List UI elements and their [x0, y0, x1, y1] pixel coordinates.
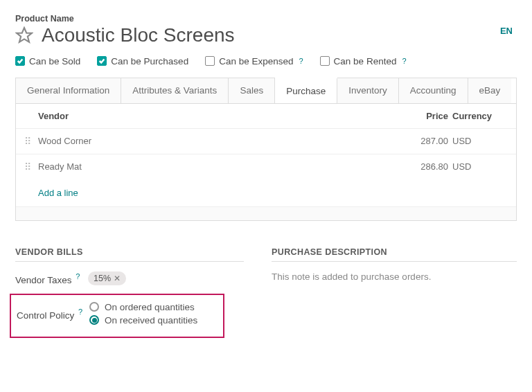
table-footer-spacer — [16, 206, 516, 220]
can-be-purchased-label: Can be Purchased — [111, 56, 188, 66]
vendor-col-header: Vendor — [38, 111, 411, 121]
lang-button[interactable]: EN — [496, 25, 517, 37]
can-be-expensed-label: Can be Expensed — [219, 56, 293, 66]
price-cell: 287.00 — [411, 136, 452, 146]
control-policy-highlight: Control Policy ? On ordered quantities O… — [10, 294, 224, 338]
tax-tag[interactable]: 15% ✕ — [88, 271, 126, 285]
tab-sales[interactable]: Sales — [229, 78, 275, 103]
close-icon[interactable]: ✕ — [114, 274, 121, 283]
price-col-header: Price — [411, 111, 452, 121]
table-row[interactable]: ⠿ Wood Corner 287.00 USD — [16, 128, 516, 154]
vendor-table: Vendor Price Currency ⠿ Wood Corner 287.… — [15, 104, 517, 221]
radio-on-received-quantities[interactable]: On received quantities — [89, 315, 197, 326]
radio-icon — [89, 302, 99, 312]
table-row[interactable]: ⠿ Ready Mat 286.80 USD — [16, 154, 516, 179]
price-cell: 286.80 — [411, 161, 452, 172]
star-icon[interactable] — [15, 26, 33, 44]
vendor-taxes-row: Vendor Taxes ? 15% ✕ — [15, 271, 244, 285]
check-icon — [97, 56, 107, 66]
can-be-rented-checkbox[interactable]: Can be Rented ? — [320, 56, 407, 66]
currency-col-header: Currency — [452, 111, 508, 121]
tabs-bar: General Information Attributes & Variant… — [15, 78, 517, 104]
radio-icon — [89, 315, 99, 325]
tab-attributes-variants[interactable]: Attributes & Variants — [121, 78, 229, 103]
tab-inventory[interactable]: Inventory — [337, 78, 399, 103]
can-be-sold-label: Can be Sold — [29, 56, 80, 66]
help-icon[interactable]: ? — [78, 308, 82, 316]
currency-cell: USD — [452, 161, 508, 172]
help-icon[interactable]: ? — [402, 57, 406, 65]
help-icon[interactable]: ? — [76, 272, 80, 280]
check-icon — [15, 56, 25, 66]
drag-handle-icon[interactable]: ⠿ — [24, 136, 38, 147]
tab-purchase[interactable]: Purchase — [275, 78, 337, 103]
radio-on-ordered-quantities[interactable]: On ordered quantities — [89, 302, 197, 312]
check-icon — [205, 56, 215, 66]
purchase-description-section-title: PURCHASE DESCRIPTION — [272, 247, 517, 262]
product-name-field-label: Product Name — [15, 14, 517, 24]
tax-tag-label: 15% — [94, 274, 111, 283]
vendor-taxes-label: Vendor Taxes — [15, 274, 72, 285]
product-title[interactable]: Acoustic Bloc Screens — [42, 25, 235, 46]
add-a-line-link[interactable]: Add a line — [16, 179, 516, 206]
can-be-expensed-checkbox[interactable]: Can be Expensed ? — [205, 56, 303, 66]
can-be-rented-label: Can be Rented — [334, 56, 397, 66]
radio-label: On ordered quantities — [105, 302, 195, 312]
tab-accounting[interactable]: Accounting — [399, 78, 468, 103]
drag-handle-icon[interactable]: ⠿ — [24, 161, 38, 172]
radio-label: On received quantities — [105, 315, 197, 326]
svg-marker-0 — [17, 28, 32, 43]
can-be-purchased-checkbox[interactable]: Can be Purchased — [97, 56, 188, 66]
vendor-cell: Wood Corner — [38, 136, 411, 146]
currency-cell: USD — [452, 136, 508, 146]
tab-general-information[interactable]: General Information — [16, 78, 121, 103]
tab-ebay[interactable]: eBay — [468, 78, 512, 103]
product-options-row: Can be Sold Can be Purchased Can be Expe… — [15, 56, 517, 66]
vendor-cell: Ready Mat — [38, 161, 411, 172]
purchase-description-input[interactable]: This note is added to purchase orders. — [272, 271, 517, 282]
vendor-bills-section-title: VENDOR BILLS — [15, 247, 244, 262]
control-policy-label: Control Policy — [17, 310, 74, 320]
check-icon — [320, 56, 330, 66]
help-icon[interactable]: ? — [299, 57, 303, 65]
can-be-sold-checkbox[interactable]: Can be Sold — [15, 56, 80, 66]
